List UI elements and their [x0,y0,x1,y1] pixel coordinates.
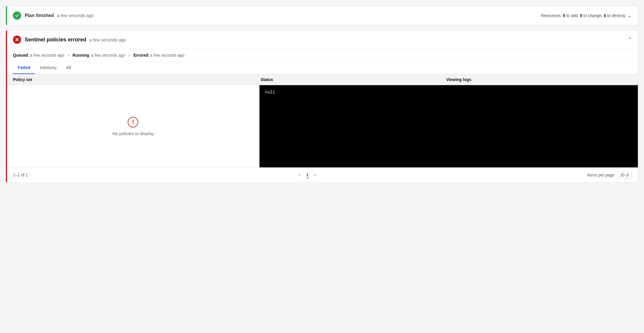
items-per-page-value: 20 [620,173,625,177]
errored-time: a few seconds ago [150,53,184,58]
prev-page-button[interactable]: ‹ [296,171,303,179]
pagination-controls: ‹ 1 › [296,171,318,179]
pipeline-errored: Errored a few seconds ago [134,53,184,58]
current-page: 1 [306,172,308,178]
tab-advisory[interactable]: Advisory [35,61,61,74]
sentinel-title-container: Sentinel policies errored a few seconds … [25,37,126,43]
plan-finished-header-right: Resources: 0 to add, 0 to change, 0 to d… [541,12,632,19]
sep2: > [128,53,131,58]
sentinel-header: Sentinel policies errored a few seconds … [7,30,638,49]
pagination-info: 1–1 of 1 [13,173,28,177]
pipeline-status: Queued a few seconds ago > Running a few… [7,49,638,61]
pipeline-running: Running a few seconds ago [73,53,125,58]
log-viewer: null [259,85,638,167]
table-footer: 1–1 of 1 ‹ 1 › Items per page 20 ⇵ [7,167,638,182]
no-policies-icon: ! [128,117,138,127]
plan-finished-header: Plan finished a few seconds ago Resource… [7,6,638,25]
items-per-page-label: Items per page [587,173,614,177]
col-status: Status [261,77,446,82]
table-body: ! No policies to display null [7,85,638,167]
plan-finished-card: Plan finished a few seconds ago Resource… [6,6,638,25]
col-viewing-logs: Viewing logs [446,77,632,82]
plan-title-text: Plan finished [25,13,54,18]
sentinel-header-right: ⌃ [628,36,632,43]
running-time: a few seconds ago [91,53,125,58]
plan-timestamp: a few seconds ago [57,13,94,18]
sentinel-header-left: Sentinel policies errored a few seconds … [13,36,126,44]
errored-label: Errored [134,53,149,58]
sentinel-policies-card: Sentinel policies errored a few seconds … [6,30,638,183]
success-icon [13,11,21,20]
resources-summary: Resources: 0 to add, 0 to change, 0 to d… [541,13,625,18]
items-select-chevron: ⇵ [626,173,629,177]
items-per-page-control: Items per page 20 ⇵ [587,171,632,179]
plan-collapse-icon[interactable]: ⌄ [628,12,632,19]
sentinel-timestamp: a few seconds ago [90,37,126,42]
table-header: Policy set Status Viewing logs [7,74,638,85]
col-policy-set: Policy set [13,77,261,82]
items-per-page-select[interactable]: 20 ⇵ [617,171,632,179]
empty-state: ! No policies to display [7,85,259,167]
sentinel-collapse-icon[interactable]: ⌃ [628,36,632,43]
pipeline-queued: Queued a few seconds ago [13,53,64,58]
queued-label: Queued [13,53,28,58]
plan-finished-title: Plan finished a few seconds ago [25,13,94,18]
queued-time: a few seconds ago [30,53,64,58]
log-content: null [265,90,275,95]
no-policies-text: No policies to display [112,131,154,136]
next-page-button[interactable]: › [312,171,318,179]
policy-tabs: Failed Advisory All [7,61,638,74]
sep1: > [67,53,70,58]
tab-failed[interactable]: Failed [13,61,35,74]
plan-finished-header-left: Plan finished a few seconds ago [13,11,94,20]
sentinel-title-text: Sentinel policies errored [25,37,86,43]
running-label: Running [73,53,89,58]
error-icon [13,36,21,44]
tab-all[interactable]: All [61,61,76,74]
